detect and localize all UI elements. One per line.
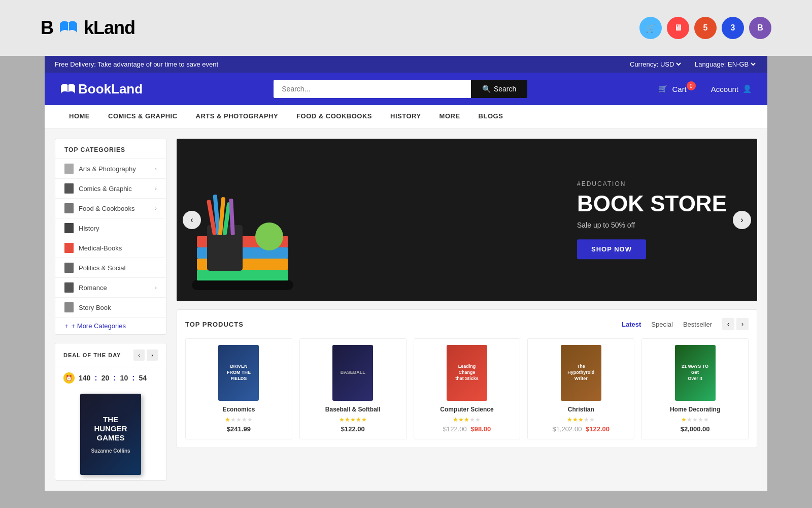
sidebar-item-politics[interactable]: Politics & Social — [55, 258, 166, 277]
sidebar-item-history[interactable]: History — [55, 218, 166, 238]
product-stars-economics: ★★★★★ — [192, 416, 286, 423]
timer-sep-2: : — [113, 373, 116, 383]
nav-comics[interactable]: COMICS & GRAPHIC — [99, 105, 187, 128]
more-categories[interactable]: + + More Categories — [55, 317, 166, 334]
cart-icon: 🛒 — [658, 84, 668, 93]
arrow-icon-food: › — [155, 205, 157, 211]
logo-book-icon — [59, 20, 78, 34]
nav-home[interactable]: HOME — [60, 105, 99, 128]
sidebar-item-arts[interactable]: Arts & Photography › — [55, 158, 166, 178]
header-logo: BookLand — [60, 81, 143, 97]
products-grid: DRIVENFROM THEFIELDS Economics ★★★★★ $24… — [185, 338, 749, 439]
sidebar-item-storybook[interactable]: Story Book — [55, 297, 166, 317]
right-content: #EDUCATION BOOK STORE Sale up to 50% off… — [177, 139, 757, 481]
sidebar-label-food: Food & Cookbooks — [79, 205, 135, 212]
sidebar-item-comics[interactable]: Comics & Graphic › — [55, 178, 166, 198]
search-input[interactable] — [274, 80, 471, 98]
filter-latest[interactable]: Latest — [622, 321, 641, 328]
product-card-economics[interactable]: DRIVENFROM THEFIELDS Economics ★★★★★ $24… — [185, 338, 292, 439]
product-card-christian[interactable]: TheHypothyroidWriter Christian ★★★★★ $1,… — [527, 338, 634, 439]
sidebar-item-medical[interactable]: Medical-Books — [55, 238, 166, 258]
search-button-label: Search — [494, 85, 516, 93]
cart-label: Cart — [672, 85, 686, 93]
sidebar-label-arts: Arts & Photography — [79, 165, 136, 173]
glasses — [192, 280, 293, 290]
browser-icon-3[interactable]: 3 — [722, 17, 744, 39]
browser-icons: 🛒 🖥 5 3 B — [639, 17, 771, 39]
arrow-icon-romance: › — [155, 284, 157, 291]
deal-title: DEAL OF THE DAY — [63, 352, 121, 358]
browser-icon-1[interactable]: 🖥 — [667, 17, 689, 39]
currency-select[interactable]: Currency: USD — [628, 60, 683, 69]
product-stars-christian: ★★★★★ — [534, 416, 628, 423]
product-card-computer[interactable]: LeadingChangethat Sticks Computer Scienc… — [414, 338, 521, 439]
product-cover-baseball: BASEBALL — [332, 345, 373, 401]
site-wrapper: Free Delivery: Take advantage of our tim… — [45, 56, 767, 491]
deal-panel: DEAL OF THE DAY ‹ › ⏰ 140 : 20 : 10 : 54 — [55, 343, 166, 481]
search-area: 🔍 Search — [274, 80, 527, 98]
product-card-baseball[interactable]: BASEBALL Baseball & Softball ★★★★★ $122.… — [299, 338, 407, 439]
hero-shop-button[interactable]: SHOP NOW — [577, 240, 646, 260]
book-icon-food — [64, 203, 74, 213]
product-cover-home: 21 WAYS TOGetOver It — [675, 345, 716, 401]
search-icon: 🔍 — [482, 85, 491, 93]
timer-icon: ⏰ — [63, 372, 75, 384]
product-stars-computer: ★★★★★ — [420, 416, 514, 423]
book-icon-arts — [64, 164, 74, 174]
timer-sep-3: : — [132, 373, 134, 383]
product-name-home: Home Decorating — [648, 406, 742, 413]
main-content: TOP CATEGORIES Arts & Photography › Comi… — [45, 129, 767, 491]
book-icon-medical — [64, 243, 74, 253]
timer-hours: 140 — [79, 374, 90, 382]
products-header: TOP PRODUCTS Latest Special Bestseller ‹… — [185, 318, 749, 330]
product-card-home[interactable]: 21 WAYS TOGetOver It Home Decorating ★★★… — [641, 338, 749, 439]
site-logo-area: B kLand — [41, 17, 135, 39]
deal-book-area: THE HUNGER GAMES Suzanne Collins — [55, 389, 166, 480]
hero-prev-button[interactable]: ‹ — [183, 211, 201, 229]
sidebar-item-food[interactable]: Food & Cookbooks › — [55, 198, 166, 218]
deal-prev-button[interactable]: ‹ — [133, 350, 145, 361]
product-stars-home: ★★★★★ — [648, 416, 742, 423]
nav-more[interactable]: MORE — [430, 105, 469, 128]
browser-icon-0[interactable]: 🛒 — [639, 17, 662, 39]
nav-history[interactable]: HISTORY — [381, 105, 430, 128]
browser-icon-2[interactable]: 5 — [694, 17, 717, 39]
product-stars-baseball: ★★★★★ — [306, 416, 400, 423]
product-name-computer: Computer Science — [420, 406, 514, 413]
browser-icon-4[interactable]: B — [749, 17, 771, 39]
product-name-baseball: Baseball & Softball — [306, 406, 400, 413]
hero-next-button[interactable]: › — [733, 211, 751, 229]
deal-next-button[interactable]: › — [147, 350, 158, 361]
hero-description: Sale up to 50% off — [577, 221, 727, 230]
account-button[interactable]: Account 👤 — [711, 84, 752, 93]
products-navigation: ‹ › — [722, 318, 749, 330]
book-icon-history — [64, 223, 74, 233]
nav-arts[interactable]: ARTS & PHOTOGRAPHY — [187, 105, 288, 128]
deal-book-cover[interactable]: THE HUNGER GAMES Suzanne Collins — [80, 394, 141, 475]
products-section: TOP PRODUCTS Latest Special Bestseller ‹… — [177, 309, 757, 448]
products-filters: Latest Special Bestseller ‹ › — [622, 318, 749, 330]
search-button[interactable]: 🔍 Search — [471, 80, 527, 98]
product-price-computer: $122.00 $98.00 — [420, 425, 514, 433]
cart-button[interactable]: 🛒 Cart 0 — [658, 84, 695, 93]
timer-area: ⏰ 140 : 20 : 10 : 54 — [55, 367, 166, 389]
language-select[interactable]: Language: EN-GB — [693, 60, 757, 69]
deal-book-title: THE HUNGER GAMES — [86, 415, 135, 442]
sidebar: TOP CATEGORIES Arts & Photography › Comi… — [55, 139, 166, 481]
product-name-economics: Economics — [192, 406, 286, 413]
nav-blogs[interactable]: BLOGS — [469, 105, 513, 128]
products-title: TOP PRODUCTS — [185, 321, 244, 328]
hero-banner: #EDUCATION BOOK STORE Sale up to 50% off… — [177, 139, 757, 301]
nav-bar: HOME COMICS & GRAPHIC ARTS & PHOTOGRAPHY… — [45, 105, 767, 129]
product-price-economics: $241.99 — [192, 425, 286, 433]
product-price-baseball: $122.00 — [306, 425, 400, 433]
products-next-button[interactable]: › — [736, 318, 749, 330]
account-icon: 👤 — [742, 84, 752, 93]
hero-image-area — [177, 139, 467, 301]
filter-bestseller[interactable]: Bestseller — [683, 321, 712, 328]
products-prev-button[interactable]: ‹ — [722, 318, 734, 330]
filter-special[interactable]: Special — [651, 321, 673, 328]
sidebar-item-romance[interactable]: Romance › — [55, 277, 166, 297]
book-icon-romance — [64, 282, 74, 293]
nav-food[interactable]: FOOD & COOKBOOKS — [287, 105, 381, 128]
